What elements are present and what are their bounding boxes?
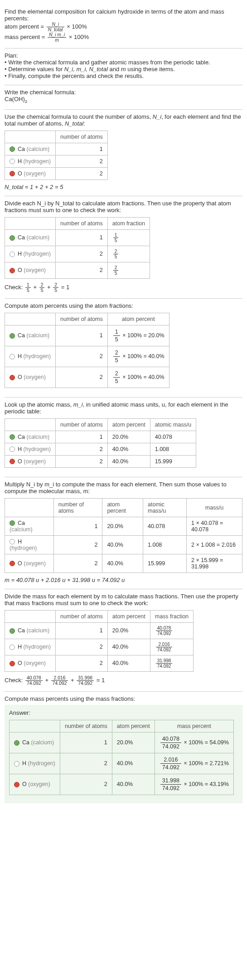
atom-percent: 40.0% <box>107 443 150 455</box>
element-cell: H (hydrogen) <box>5 246 56 262</box>
times-100: × 100% <box>184 760 204 766</box>
numerator: 2.016 <box>160 756 181 764</box>
table-row: O (oxygen) 2 40.0% 31.99874.092 <box>5 655 194 671</box>
element-cell: Ca (calcium) <box>5 143 56 155</box>
element-cell: Ca (calcium) <box>5 622 56 639</box>
element-symbol: O <box>18 458 22 465</box>
element-name: (hydrogen) <box>10 545 37 551</box>
element-name: (calcium) <box>26 627 49 634</box>
element-dot-icon <box>10 645 15 650</box>
var: N_i <box>153 113 162 120</box>
denominator: 74.092 <box>156 647 173 652</box>
atom-percent: 20.0% <box>102 517 143 535</box>
atomic-mass-section: Look up the atomic mass, m_i, in unified… <box>5 398 242 477</box>
fraction: 40.07874.092 <box>25 675 43 686</box>
plan-section: Plan: • Write the chemical formula and g… <box>5 49 242 85</box>
atom-count: 1 <box>53 517 102 535</box>
element-symbol: Ca <box>18 627 25 634</box>
times-100: × 100% <box>122 332 143 338</box>
denominator: 5 <box>113 336 120 343</box>
col-number-of-atoms: number of atoms <box>55 313 107 325</box>
atom-count: 2 <box>55 262 107 278</box>
atom-percent-section: Compute atom percents using the atom fra… <box>5 299 242 398</box>
element-name: (oxygen) <box>24 170 46 177</box>
atom-count: 1 <box>55 622 107 639</box>
var: N_total <box>65 120 83 127</box>
empty-header <box>10 720 60 732</box>
col-atom-percent: atom percent <box>102 498 143 517</box>
col-number-of-atoms: number of atoms <box>55 418 107 431</box>
answer-table: number of atoms atom percent mass percen… <box>9 720 234 795</box>
denominator: 74.092 <box>25 681 43 686</box>
denominator: 74.092 <box>156 631 173 636</box>
text: Look up the atomic mass, <box>5 401 73 408</box>
element-symbol: H <box>18 539 22 545</box>
mass-calc: 2 × 1.008 = 2.016 <box>186 535 242 554</box>
element-symbol: H <box>18 446 22 452</box>
col-number-of-atoms: number of atoms <box>53 498 102 517</box>
element-dot-icon <box>10 539 15 544</box>
fraction: 31.99874.092 <box>77 675 94 686</box>
element-dot-icon <box>10 268 15 273</box>
atom-percent: 40.0% <box>107 655 150 671</box>
plan-bullet-2: • Determine values for N_i, m_i, N_total… <box>5 66 242 73</box>
table-row: H (hydrogen) 2 40.0% 1.008 2 × 1.008 = 2… <box>5 535 242 554</box>
element-name: (hydrogen) <box>24 353 51 359</box>
result: = 54.09% <box>205 739 229 745</box>
atom-count: 2 <box>53 535 102 554</box>
atomic-mass: 1.008 <box>150 443 196 455</box>
element-name: (hydrogen) <box>24 251 51 257</box>
atom-count: 2 <box>55 155 107 167</box>
col-atom-percent: atom percent <box>112 720 155 732</box>
atom-pct-table: number of atoms atom percent Ca (calcium… <box>5 313 170 388</box>
element-dot-icon <box>10 252 15 257</box>
times-100: × 100% <box>69 34 89 40</box>
intro-text: Find the elemental composition for calci… <box>5 8 242 22</box>
numerator: N_i m_i <box>48 32 66 38</box>
denominator: 74.092 <box>160 785 181 792</box>
table-row: H (hydrogen) 2 25 × 100% = 40.0% <box>5 346 170 367</box>
table-row: H (hydrogen) 2 40.0% 2.01674.092 × 100% … <box>10 753 234 774</box>
element-symbol: H <box>18 353 22 359</box>
plan-bullet-3: • Finally, compute the percents and chec… <box>5 73 242 79</box>
element-cell: Ca (calcium) <box>5 431 56 443</box>
element-name: (oxygen) <box>28 781 50 787</box>
fraction-table: number of atoms atom fraction Ca (calciu… <box>5 217 150 279</box>
numerator: 40.078 <box>160 735 181 743</box>
element-dot-icon <box>10 661 15 666</box>
atom-count: 2 <box>55 346 107 367</box>
element-dot-icon <box>14 782 19 787</box>
element-symbol: H <box>22 760 26 767</box>
denominator: 74.092 <box>77 681 94 686</box>
fraction-cell: 25 <box>107 262 150 278</box>
atom-count: 2 <box>55 367 107 388</box>
numerator: 31.998 <box>160 777 181 785</box>
numerator: 1 <box>113 233 119 238</box>
table-row: O (oxygen) 2 40.0% 31.99874.092 × 100% =… <box>10 774 234 795</box>
text: using these items. <box>126 66 175 73</box>
col-number-of-atoms: number of atoms <box>55 610 107 622</box>
element-dot-icon <box>10 446 15 452</box>
fraction: 25 <box>113 349 120 364</box>
empty-header <box>5 131 56 143</box>
col-mass: mass/u <box>186 498 242 517</box>
element-dot-icon <box>10 159 15 164</box>
fraction: 31.99874.092 <box>160 777 181 792</box>
col-atomic-mass: atomic mass/u <box>143 498 187 517</box>
element-symbol: O <box>18 374 22 380</box>
denominator: 74.092 <box>160 764 181 771</box>
element-cell: Ca (calcium) <box>10 732 60 753</box>
fraction: 2.01674.092 <box>156 642 173 652</box>
atom-count: 1 <box>55 229 107 246</box>
denominator: 5 <box>113 238 119 243</box>
text: and <box>108 66 121 73</box>
denominator: 5 <box>39 288 45 293</box>
numerator: 2 <box>113 249 119 254</box>
atom-count: 2 <box>53 554 102 572</box>
table-row: Ca (calcium) 1 <box>5 143 108 155</box>
eq-lhs: mass percent = <box>5 34 45 40</box>
mass-percent-cell: 31.99874.092 × 100% = 43.19% <box>155 774 233 795</box>
fraction: 25 <box>113 370 120 385</box>
mass-fraction-section: Divide the mass for each element by m to… <box>5 589 242 692</box>
element-name: (calcium) <box>10 526 33 533</box>
